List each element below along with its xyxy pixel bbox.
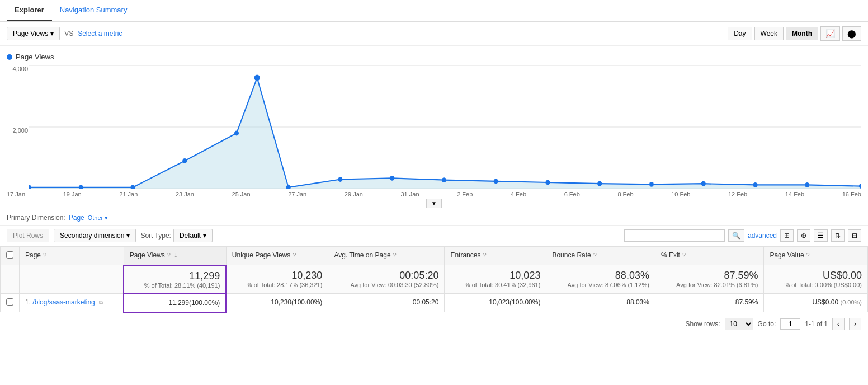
grid-view-button[interactable]: ⊞: [780, 229, 794, 242]
month-button[interactable]: Month: [786, 27, 818, 40]
total-page-value-sub: % of Total: 0.00% (US$0.00): [770, 281, 862, 288]
chevron-down-icon: ▾: [203, 232, 206, 240]
primary-dimension: Primary Dimension: Page Other ▾: [0, 208, 868, 225]
x-label-2: 21 Jan: [119, 191, 138, 198]
top-tabs: Explorer Navigation Summary: [0, 0, 868, 22]
total-avg-time-sub: Avg for View: 00:03:30 (52.80%): [334, 281, 438, 288]
row1-page-value-cell: US$0.00 (0.00%): [764, 294, 868, 312]
search-input[interactable]: [624, 229, 725, 242]
total-page-value-main: US$0.00: [770, 270, 862, 281]
tab-explorer[interactable]: Explorer: [7, 0, 52, 21]
list-view-button[interactable]: ☰: [814, 229, 828, 242]
total-pct-exit-sub: Avg for View: 82.01% (6.81%): [661, 281, 758, 288]
plot-rows-button[interactable]: Plot Rows: [7, 229, 49, 242]
row1-num: 1.: [25, 298, 31, 306]
row1-page-views: 11,299(100.00%): [168, 299, 220, 307]
next-page-button[interactable]: ›: [849, 318, 861, 330]
secondary-dimension-dropdown[interactable]: Secondary dimension ▾: [54, 229, 136, 242]
row1-bounce-rate-cell: 88.03%: [546, 294, 655, 312]
sort-type-container: Sort Type: Default ▾: [140, 229, 213, 242]
go-to-input[interactable]: [780, 318, 800, 330]
row1-page-cell: 1. /blog/saas-marketing ⧉: [20, 294, 124, 312]
row1-page-value-sub: (0.00%): [840, 299, 862, 306]
line-chart-icon[interactable]: 📈: [820, 26, 840, 41]
pct-exit-help-icon: ?: [682, 252, 686, 259]
svg-point-13: [442, 177, 446, 182]
svg-point-5: [79, 185, 83, 189]
svg-point-15: [545, 180, 550, 185]
sort-type-dropdown[interactable]: Default ▾: [173, 229, 213, 242]
x-label-11: 8 Feb: [617, 191, 633, 198]
x-label-4: 25 Jan: [232, 191, 251, 198]
row1-page-value: US$0.00: [812, 298, 838, 306]
time-controls: Day Week Month 📈 ⬤: [728, 26, 861, 41]
copy-icon[interactable]: ⧉: [99, 299, 103, 306]
svg-point-14: [494, 179, 498, 184]
day-button[interactable]: Day: [728, 27, 752, 40]
advanced-link[interactable]: advanced: [748, 232, 777, 240]
th-page-views: Page Views ? ↓: [124, 247, 226, 265]
x-label-12: 10 Feb: [671, 191, 690, 198]
page-dimension-link[interactable]: Page: [69, 214, 84, 222]
svg-point-8: [234, 131, 239, 136]
tab-navigation-summary[interactable]: Navigation Summary: [52, 0, 135, 21]
total-avg-time-main: 00:05:20: [334, 270, 438, 281]
total-unique-views-main: 10,230: [232, 270, 322, 281]
select-metric-link[interactable]: Select a metric: [78, 30, 122, 37]
page-value-help-icon: ?: [806, 252, 810, 259]
x-label-14: 14 Feb: [785, 191, 804, 198]
y-axis-2000: 2,000: [7, 127, 28, 134]
other-dropdown[interactable]: Other ▾: [88, 214, 108, 222]
pagination-range: 1-1 of 1: [805, 320, 828, 328]
page-views-help-icon: ?: [167, 252, 171, 259]
row1-checkbox[interactable]: [6, 298, 13, 306]
unique-views-help-icon: ?: [293, 252, 296, 259]
x-label-7: 31 Jan: [400, 191, 419, 198]
prev-page-button[interactable]: ‹: [832, 318, 845, 330]
search-button[interactable]: 🔍: [728, 229, 744, 242]
data-toolbar: Plot Rows Secondary dimension ▾ Sort Typ…: [0, 225, 868, 246]
column-view-button[interactable]: ⊟: [848, 229, 861, 242]
scatter-chart-icon[interactable]: ⬤: [842, 26, 861, 41]
svg-point-6: [130, 185, 135, 189]
legend-dot: [7, 54, 12, 60]
avg-time-help-icon: ?: [393, 252, 397, 259]
sort-arrow-icon: ↓: [174, 251, 177, 259]
th-unique-page-views: Unique Page Views ?: [226, 247, 328, 265]
select-all-checkbox[interactable]: [6, 251, 13, 259]
row1-page-link[interactable]: /blog/saas-marketing: [32, 298, 95, 306]
x-label-5: 27 Jan: [288, 191, 306, 198]
row1-avg-time: 00:05:20: [413, 298, 439, 306]
row1-unique-views-cell: 10,230(100.00%): [226, 294, 328, 312]
filter-view-button[interactable]: ⇅: [831, 229, 845, 242]
show-rows-select[interactable]: 10 25 50 100: [725, 318, 753, 330]
sort-type-label: Sort Type:: [140, 232, 171, 240]
chart-container: 4,000 2,000: [29, 65, 861, 189]
week-button[interactable]: Week: [754, 27, 784, 40]
svg-point-18: [701, 181, 706, 186]
data-table: Page ? Page Views ? ↓ Unique Page Views …: [0, 246, 868, 313]
row1-pct-exit: 87.59%: [735, 298, 758, 306]
th-avg-time: Avg. Time on Page ?: [328, 247, 445, 265]
svg-point-7: [182, 158, 187, 163]
row1-page-views-cell: 11,299(100.00%): [124, 294, 226, 312]
chevron-down-icon: ▾: [126, 232, 130, 240]
y-axis: 4,000 2,000: [7, 65, 28, 189]
svg-marker-3: [29, 78, 861, 189]
metric1-dropdown[interactable]: Page Views ▾: [7, 27, 60, 40]
row1-entrances-cell: 10,023(100.00%): [445, 294, 546, 312]
x-label-13: 12 Feb: [728, 191, 747, 198]
show-rows-label: Show rows:: [686, 320, 720, 328]
total-entrances-cell: 10,023 % of Total: 30.41% (32,961): [445, 265, 546, 294]
pie-view-button[interactable]: ⊕: [797, 229, 810, 242]
total-page-views-sub: % of Total: 28.11% (40,191): [130, 282, 220, 289]
row1-bounce-rate: 88.03%: [626, 298, 649, 306]
entrances-help-icon: ?: [483, 252, 486, 259]
svg-point-12: [390, 176, 394, 181]
th-page-value: Page Value ?: [764, 247, 868, 265]
total-pct-exit-cell: 87.59% Avg for View: 82.01% (6.81%): [655, 265, 764, 294]
scroll-down-button[interactable]: ▼: [426, 199, 442, 208]
total-page-value-cell: US$0.00 % of Total: 0.00% (US$0.00): [764, 265, 868, 294]
x-label-8: 2 Feb: [457, 191, 473, 198]
table-total-row: 11,299 % of Total: 28.11% (40,191) 10,23…: [1, 265, 868, 294]
